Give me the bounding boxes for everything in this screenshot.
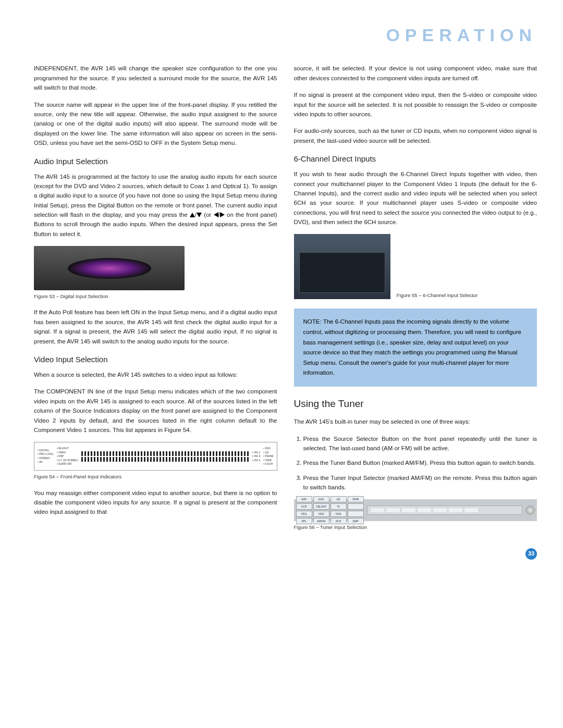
left-arrow-icon	[214, 212, 218, 217]
note-box: NOTE: The 6-Channel Inputs pass the inco…	[294, 309, 537, 386]
body-para: If you wish to hear audio through the 6-…	[294, 169, 537, 227]
up-arrow-icon	[190, 213, 195, 217]
figure-53-caption: Figure 53 – Digital Input Selection	[34, 292, 277, 300]
down-arrow-icon	[197, 213, 202, 217]
body-para: The AVR 145's built-in tuner may be sele…	[294, 417, 537, 426]
note-label: NOTE:	[303, 318, 322, 325]
body-para: If the Auto Poll feature has been left O…	[34, 307, 277, 346]
page-title: OPERATION	[34, 21, 537, 49]
body-para: You may reassign either component video …	[34, 488, 277, 517]
list-item: Press the Tuner Input Selector (marked A…	[303, 473, 537, 492]
body-para: INDEPENDENT, the AVR 145 will change the…	[34, 64, 277, 92]
body-para: The COMPONENT IN line of the Input Setup…	[34, 387, 277, 435]
content-columns: INDEPENDENT, the AVR 145 will change the…	[34, 64, 537, 538]
body-para: The source name will appear in the upper…	[34, 100, 277, 148]
figure-56-image: AVRDVDCDTAPE VCRCBL/SATTV VID1VID2VID3 S…	[294, 499, 537, 521]
heading-tuner: Using the Tuner	[294, 396, 537, 412]
figure-53-image	[34, 246, 185, 290]
body-para: For audio-only sources, such as the tune…	[294, 126, 537, 145]
text: (or	[204, 212, 213, 218]
fig56-buttons: AVRDVDCDTAPE VCRCBL/SATTV VID1VID2VID3 S…	[296, 496, 364, 524]
heading-video-input: Video Input Selection	[34, 353, 277, 366]
heading-audio-input: Audio Input Selection	[34, 155, 277, 168]
right-column: source, it will be selected. If your dev…	[294, 64, 537, 538]
note-text: The 6-Channel Inputs pass the incoming s…	[303, 318, 521, 376]
volume-knob-icon	[525, 505, 535, 515]
tuner-steps: Press the Source Selector Button on the …	[294, 434, 537, 492]
left-column: INDEPENDENT, the AVR 145 will change the…	[34, 64, 277, 538]
figure-55-image	[294, 234, 390, 299]
page-number: 33	[34, 548, 537, 560]
right-arrow-icon	[220, 212, 225, 217]
figure-54-image: • DIGITAL• PRO LOGIC• STEREO• dts • 96 k…	[34, 442, 277, 471]
body-para: The AVR 145 is programmed at the factory…	[34, 172, 277, 239]
body-para: source, it will be selected. If your dev…	[294, 64, 537, 83]
list-item: Press the Tuner Band Button (marked AM/F…	[303, 458, 537, 467]
figure-54-caption: Figure 54 – Front-Panel Input Indicators	[34, 473, 277, 480]
body-para: When a source is selected, the AVR 145 s…	[34, 370, 277, 379]
heading-6ch: 6-Channel Direct Inputs	[294, 153, 537, 165]
figure-55-caption: Figure 55 – 6-Channel Input Selector	[397, 291, 478, 299]
figure-56-caption: Figure 56 – Tuner Input Selection	[294, 523, 537, 531]
page-number-badge: 33	[525, 548, 537, 560]
list-item: Press the Source Selector Button on the …	[303, 434, 537, 453]
body-para: If no signal is present at the component…	[294, 90, 537, 119]
